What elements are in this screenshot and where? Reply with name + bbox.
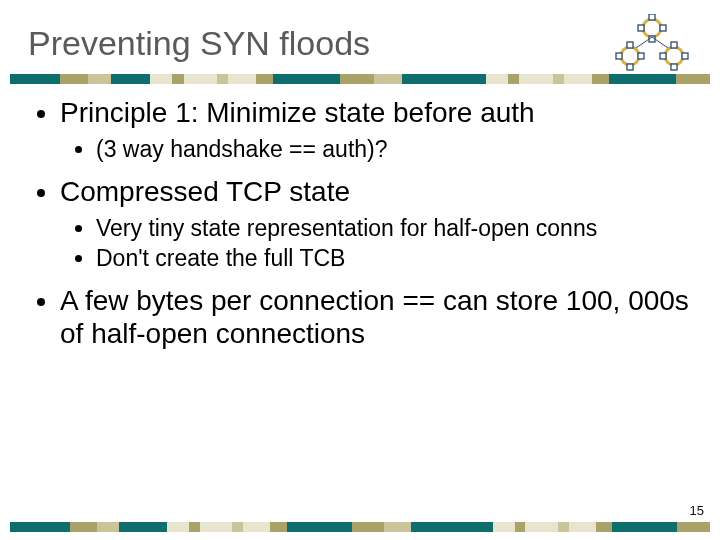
svg-rect-4 [660,25,666,31]
accent-segment [10,74,60,84]
accent-segment [374,74,402,84]
accent-segment [596,522,612,532]
bullet-l1: Compressed TCP state Very tiny state rep… [60,175,690,272]
svg-rect-8 [616,53,622,59]
accent-segment [553,74,564,84]
accent-segment [172,74,183,84]
accent-bar-top [10,74,710,84]
bullet-l2: (3 way handshake == auth)? [96,135,690,163]
svg-rect-7 [627,64,633,70]
bullet-l2: Very tiny state representation for half-… [96,214,690,242]
accent-segment [612,522,677,532]
bullet-sublist: (3 way handshake == auth)? [60,135,690,163]
accent-segment [119,522,168,532]
accent-segment [217,74,228,84]
bullet-l2: Don't create the full TCB [96,244,690,272]
accent-segment [200,522,233,532]
bullet-text: A few bytes per connection == can store … [60,285,689,349]
accent-segment [609,74,676,84]
accent-segment [287,522,352,532]
accent-segment [270,522,286,532]
page-number: 15 [690,503,704,518]
accent-segment [515,522,526,532]
bullet-l1: A few bytes per connection == can store … [60,284,690,350]
accent-segment [111,74,150,84]
accent-segment [70,522,97,532]
accent-segment [486,74,508,84]
svg-rect-14 [682,53,688,59]
slide: Preventing SYN floods [0,0,720,540]
accent-segment [184,74,218,84]
content-area: Principle 1: Minimize state before auth … [30,96,690,500]
bullet-text: Don't create the full TCB [96,245,345,271]
accent-segment [564,74,592,84]
accent-segment [508,74,519,84]
accent-segment [519,74,553,84]
svg-point-10 [665,47,683,65]
accent-segment [592,74,609,84]
accent-segment [402,74,486,84]
svg-rect-3 [638,25,644,31]
bullet-text: Very tiny state representation for half-… [96,215,597,241]
accent-segment [676,74,710,84]
svg-point-5 [621,47,639,65]
bullet-l1: Principle 1: Minimize state before auth … [60,96,690,163]
svg-rect-1 [649,14,655,20]
accent-segment [10,522,70,532]
accent-segment [97,522,119,532]
svg-rect-9 [638,53,644,59]
bullet-sublist: Very tiny state representation for half-… [60,214,690,272]
accent-segment [256,74,273,84]
svg-point-0 [643,19,661,37]
accent-segment [228,74,256,84]
accent-segment [411,522,492,532]
network-logo [606,14,698,74]
accent-segment [189,522,200,532]
accent-segment [60,74,88,84]
bullet-list: Principle 1: Minimize state before auth … [30,96,690,350]
accent-segment [167,522,189,532]
accent-segment [493,522,515,532]
accent-segment [232,522,243,532]
bullet-text: (3 way handshake == auth)? [96,136,388,162]
accent-segment [273,74,340,84]
accent-segment [352,522,385,532]
accent-bar-bottom [10,522,710,532]
accent-segment [677,522,710,532]
accent-segment [88,74,110,84]
page-title: Preventing SYN floods [28,24,370,63]
svg-rect-11 [671,42,677,48]
svg-rect-6 [627,42,633,48]
accent-segment [150,74,172,84]
accent-segment [384,522,411,532]
svg-rect-13 [660,53,666,59]
svg-rect-12 [671,64,677,70]
accent-segment [243,522,270,532]
accent-segment [558,522,569,532]
accent-segment [340,74,374,84]
accent-segment [525,522,558,532]
accent-segment [569,522,596,532]
bullet-text: Compressed TCP state [60,176,350,207]
bullet-text: Principle 1: Minimize state before auth [60,97,535,128]
